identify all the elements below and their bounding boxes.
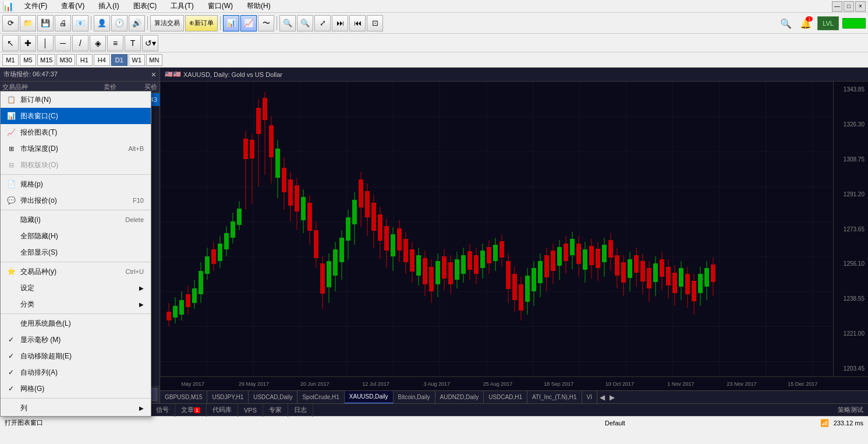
lvl-button[interactable]: LVL — [817, 16, 839, 30]
chart-tab-0[interactable]: GBPUSD,M15 — [160, 391, 207, 404]
toolbar-account-btn[interactable]: 👤 — [94, 15, 110, 31]
ctx-chart-window[interactable]: 📊 图表窗口(C) — [1, 108, 151, 124]
col-symbol: 交易品种 — [2, 83, 76, 91]
ctx-popup-quote[interactable]: 💬 弹出报价(o) F10 — [1, 192, 151, 209]
col-buy: 买价 — [116, 83, 157, 91]
tools-btn[interactable]: ◈ — [90, 35, 106, 51]
arrow-btn[interactable]: ↺▾ — [142, 35, 158, 51]
chart-tab-8[interactable]: ATI_Inc_(T.N),H1 — [527, 391, 582, 404]
maximize-button[interactable]: □ — [844, 1, 854, 12]
bottom-tab-signals[interactable]: 信号 — [150, 404, 175, 417]
zoom-in-btn[interactable]: 🔍 — [279, 15, 296, 31]
price-scale: 1343.85 1326.30 1308.75 1291.20 1273.65 … — [833, 82, 868, 376]
toolbar-new-btn[interactable]: ⟳ — [2, 15, 19, 31]
bottom-tab-expert[interactable]: 专家 — [263, 404, 288, 417]
chart-tab-4[interactable]: XAUUSD,Daily — [345, 391, 394, 404]
tf-mn[interactable]: MN — [146, 54, 162, 66]
crosshair-btn[interactable]: ✚ — [20, 35, 36, 51]
new-order-btn[interactable]: ⊕新订单 — [185, 15, 218, 31]
period-sep-btn[interactable]: ⊡ — [367, 15, 383, 31]
market-watch-close[interactable]: × — [151, 70, 156, 79]
text-btn[interactable]: T — [125, 35, 141, 51]
tf-w1[interactable]: W1 — [129, 54, 145, 66]
ctx-grid[interactable]: ✓ 网格(G) — [1, 380, 151, 397]
ctx-auto-remove[interactable]: ✓ 自动移除超期(E) — [1, 348, 151, 364]
toolbar-save-btn[interactable]: 💾 — [37, 15, 54, 31]
svg-rect-52 — [327, 261, 331, 287]
chart-tab-arrow-left[interactable]: ◀ — [597, 393, 607, 401]
menu-help[interactable]: 帮助(H) — [243, 0, 274, 12]
ctx-show-ms[interactable]: ✓ 显示毫秒 (M) — [1, 332, 151, 348]
notification-button[interactable]: 🔔1 — [798, 15, 814, 31]
ctx-market-depth[interactable]: ⊞ 市场深度(D) Alt+B — [1, 140, 151, 157]
bottom-tab-log[interactable]: 日志 — [288, 404, 313, 417]
toolbar-print-btn[interactable]: 🖨 — [55, 15, 71, 31]
scroll-right-btn[interactable]: ⏭ — [332, 15, 348, 31]
fit-chart-btn[interactable]: ⤢ — [314, 15, 331, 31]
toolbar-history-btn[interactable]: 🕐 — [111, 15, 127, 31]
ctx-sys-color[interactable]: 使用系统颜色(L) — [1, 315, 151, 332]
ctx-classify[interactable]: 分类 ▶ — [1, 296, 151, 312]
zoom-out-btn[interactable]: 🔍 — [297, 15, 313, 31]
chart-tab-2[interactable]: USDCAD,Daily — [249, 391, 297, 404]
vertical-line-btn[interactable]: │ — [37, 35, 54, 51]
chart-tab-1[interactable]: USDJPY,H1 — [207, 391, 249, 404]
toolbar-line-btn[interactable]: 〜 — [258, 15, 274, 31]
tf-m30[interactable]: M30 — [56, 54, 75, 66]
toolbar-chart-bar-btn[interactable]: 📊 — [223, 15, 239, 31]
scroll-left-btn[interactable]: ⏮ — [349, 15, 366, 31]
ctx-settings[interactable]: 设定 ▶ — [1, 280, 151, 296]
menu-chart[interactable]: 图表(C) — [130, 0, 161, 12]
menu-tools[interactable]: 工具(T) — [167, 0, 197, 12]
minimize-button[interactable]: — — [832, 1, 842, 12]
options-block-icon: ⊟ — [5, 159, 17, 171]
fibonacci-btn[interactable]: ≡ — [107, 35, 123, 51]
menu-insert[interactable]: 插入(I) — [95, 0, 122, 12]
time-label-7: 10 Oct 2017 — [589, 381, 650, 387]
ctx-hide-all[interactable]: 全部隐藏(H) — [1, 228, 151, 244]
tf-d1[interactable]: D1 — [111, 54, 127, 66]
bottom-tab-vps[interactable]: VPS — [238, 404, 263, 417]
search-button[interactable]: 🔍 — [778, 15, 794, 31]
ctx-col[interactable]: 列 ▶ — [1, 400, 151, 416]
toolbar-mail-btn[interactable]: 📧 — [72, 15, 88, 31]
chart-tab-arrow-right[interactable]: ▶ — [607, 393, 617, 401]
algo-trading-btn[interactable]: 算法交易 — [150, 15, 184, 31]
grid-checkmark-icon: ✓ — [5, 383, 17, 394]
cursor-btn[interactable]: ↖ — [2, 35, 19, 51]
tf-h4[interactable]: H4 — [94, 54, 110, 66]
tf-m5[interactable]: M5 — [20, 54, 36, 66]
chart-tab-5[interactable]: Bitcoin,Daily — [394, 391, 435, 404]
chart-tab-9[interactable]: VI — [582, 391, 597, 404]
horizontal-line-btn[interactable]: ─ — [55, 35, 71, 51]
ctx-new-order[interactable]: 📋 新订单(N) — [1, 91, 151, 108]
chart-tab-7[interactable]: USDCAD,H1 — [484, 391, 527, 404]
menu-file[interactable]: 文件(F) — [21, 0, 51, 12]
price-label-0: 1343.85 — [835, 86, 867, 93]
ctx-show-all[interactable]: 全部显示(S) — [1, 244, 151, 260]
tf-m1[interactable]: M1 — [2, 54, 19, 66]
svg-rect-10 — [192, 288, 197, 303]
trendline-btn[interactable]: / — [72, 35, 88, 51]
ctx-instrument[interactable]: ⭐ 交易品种(y) Ctrl+U — [1, 263, 151, 280]
tf-h1[interactable]: H1 — [76, 54, 93, 66]
ctx-quote-chart[interactable]: 📈 报价图表(T) — [1, 124, 151, 140]
bottom-tab-articles[interactable]: 文章 1 — [175, 404, 207, 417]
toolbar-audio-btn[interactable]: 🔊 — [129, 15, 145, 31]
chart-tab-6[interactable]: AUDNZD,Daily — [435, 391, 484, 404]
svg-rect-130 — [576, 244, 581, 264]
tf-m15[interactable]: M15 — [37, 54, 55, 66]
menu-window[interactable]: 窗口(W) — [204, 0, 236, 12]
chart-tab-3[interactable]: SpotCrude,H1 — [297, 391, 344, 404]
ctx-specs[interactable]: 📄 规格(p) — [1, 176, 151, 192]
toolbar-open-btn[interactable]: 📁 — [20, 15, 36, 31]
bottom-tab-codebase[interactable]: 代码库 — [207, 404, 238, 417]
chart-canvas[interactable]: 1343.85 1326.30 1308.75 1291.20 1273.65 … — [160, 82, 868, 376]
toolbar-candle-btn[interactable]: 📈 — [240, 15, 257, 31]
strategy-tester-label[interactable]: 策略测试 — [838, 406, 863, 414]
close-button[interactable]: × — [855, 1, 866, 12]
menu-view[interactable]: 查看(V) — [58, 0, 88, 12]
svg-rect-64 — [365, 191, 370, 217]
ctx-hide[interactable]: 隐藏(i) Delete — [1, 212, 151, 228]
ctx-auto-arrange[interactable]: ✓ 自动排列(A) — [1, 364, 151, 380]
